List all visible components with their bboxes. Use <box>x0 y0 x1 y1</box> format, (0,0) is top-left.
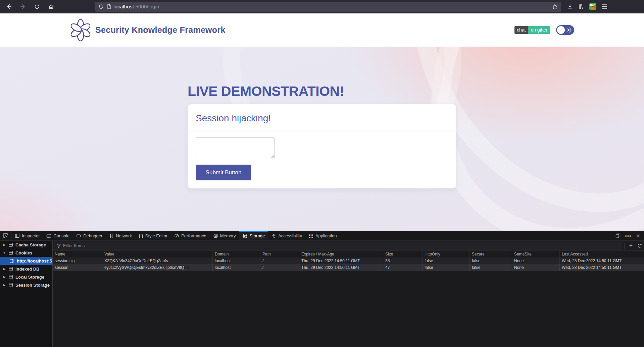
url-path: :5000/login <box>134 4 159 9</box>
sidebar-item-indexed-db[interactable]: ▶ Indexed DB <box>0 265 52 273</box>
burp-ball <box>591 6 595 10</box>
cookies-table-header: Name Value Domain Path Expires / Max-Age… <box>53 251 644 257</box>
forward-button[interactable] <box>18 2 28 11</box>
storage-sidebar: ▶ Cache Storage ▼ Cookies http://localho… <box>0 241 53 347</box>
devtools-more-menu-icon[interactable]: ••• <box>625 233 632 239</box>
home-icon <box>48 4 54 9</box>
cell-httponly: false <box>423 257 470 264</box>
tab-inspector[interactable]: Inspector <box>11 231 43 240</box>
tab-network[interactable]: Network <box>106 231 135 240</box>
column-header[interactable]: Expires / Max-Age <box>299 251 383 257</box>
filter-items-box[interactable] <box>54 242 622 250</box>
burp-extension-icon[interactable]: Bur <box>589 3 596 10</box>
expand-arrow-icon[interactable]: ▶ <box>3 276 6 279</box>
cell-size: 47 <box>383 264 423 271</box>
expand-arrow-icon[interactable]: ▶ <box>3 284 6 287</box>
cell-path: / <box>260 264 299 271</box>
sidebar-item-session-storage[interactable]: ▶ Session Storage <box>0 281 52 289</box>
cell-samesite: None <box>512 264 560 271</box>
split-console-icon[interactable] <box>615 233 621 238</box>
cell-expires: Thu, 29 Dec 2022 14:50:11 GMT <box>299 264 383 271</box>
chat-badge-left: chat <box>514 26 528 34</box>
shield-icon[interactable] <box>99 4 104 9</box>
reload-button[interactable] <box>32 2 42 11</box>
tab-label: Performance <box>181 233 206 238</box>
table-empty-area <box>53 271 644 347</box>
sidebar-item-localhost-cookies[interactable]: http://localhost:5000 <box>0 257 52 265</box>
column-header[interactable]: Value <box>102 251 213 257</box>
tab-performance[interactable]: Performance <box>171 231 209 240</box>
refresh-items-button[interactable] <box>635 241 644 250</box>
devtools-close-icon[interactable]: ✕ <box>636 233 640 238</box>
cell-secure: false <box>470 257 512 264</box>
column-header[interactable]: Last Accessed <box>560 251 644 257</box>
menu-hamburger-icon[interactable] <box>602 4 607 9</box>
sidebar-item-cache-storage[interactable]: ▶ Cache Storage <box>0 241 52 249</box>
back-icon <box>6 4 12 9</box>
refresh-icon <box>637 243 642 248</box>
page-title: LIVE DEMONSTRATION! <box>188 83 644 99</box>
column-header[interactable]: SameSite <box>512 251 560 257</box>
gitter-chat-badge[interactable]: chat on gitter <box>514 26 550 34</box>
memory-icon <box>213 233 218 238</box>
filter-items-input[interactable] <box>63 243 619 248</box>
debugger-icon <box>76 233 81 238</box>
tab-application[interactable]: Application <box>305 231 340 240</box>
application-icon <box>309 233 313 238</box>
sidebar-item-label: Local Storage <box>15 275 44 280</box>
home-button[interactable] <box>46 2 56 11</box>
cell-name: session.sig <box>53 257 102 264</box>
column-header[interactable]: Secure <box>470 251 512 257</box>
sidebar-item-label: Cache Storage <box>15 242 46 247</box>
storage-toolbar: + <box>53 241 644 251</box>
bookmark-star-icon[interactable] <box>552 4 558 9</box>
tab-label: Network <box>116 233 132 238</box>
globe-icon <box>9 258 14 264</box>
tab-label: Memory <box>220 233 236 238</box>
submit-button[interactable]: Submit Button <box>196 165 251 180</box>
style-editor-icon: { } <box>139 233 143 238</box>
node-picker-button[interactable] <box>0 231 11 240</box>
cookie-row-session[interactable]: session eyJ1c2VySWQiOjEsImxvZ2dlZEluIjp0… <box>53 264 644 271</box>
payload-textarea[interactable] <box>196 137 275 158</box>
downloads-icon[interactable] <box>567 4 573 9</box>
column-header[interactable]: Size <box>383 251 423 257</box>
tab-console[interactable]: Console <box>43 231 73 240</box>
library-icon[interactable] <box>578 4 584 9</box>
add-item-button[interactable]: + <box>627 241 635 250</box>
accessibility-icon <box>271 233 276 238</box>
tab-accessibility[interactable]: Accessibility <box>268 231 305 240</box>
cell-httponly: false <box>423 264 470 271</box>
column-header[interactable]: Domain <box>213 251 260 257</box>
sidebar-item-cookies[interactable]: ▼ Cookies <box>0 249 52 257</box>
tab-label: Accessibility <box>278 233 302 238</box>
tab-debugger[interactable]: Debugger <box>73 231 106 240</box>
page-info-icon[interactable] <box>107 4 111 9</box>
expand-arrow-icon[interactable]: ▶ <box>3 243 6 246</box>
storage-type-icon <box>8 267 13 271</box>
page-content: LIVE DEMONSTRATION! Session hijacking! S… <box>0 47 644 231</box>
toolbar-separator <box>624 243 625 249</box>
collapse-arrow-icon[interactable]: ▼ <box>3 251 6 254</box>
sun-icon <box>566 27 572 33</box>
inspector-icon <box>15 233 20 238</box>
sidebar-item-label: Indexed DB <box>15 267 40 272</box>
url-bar[interactable]: localhost:5000/login <box>95 2 561 12</box>
url-host: localhost <box>113 4 134 9</box>
tab-style-editor[interactable]: { } Style Editor <box>135 231 171 240</box>
storage-type-icon <box>8 275 13 279</box>
sidebar-item-local-storage[interactable]: ▶ Local Storage <box>0 273 52 281</box>
filter-funnel-icon <box>57 244 61 248</box>
tab-storage[interactable]: Storage <box>239 231 268 240</box>
dark-mode-toggle[interactable] <box>556 25 574 35</box>
cookie-row-session-sig[interactable]: session.sig XZQKA-Vln34C9aQdDnLEQqZaufs … <box>53 257 644 264</box>
back-button[interactable] <box>4 2 13 11</box>
column-header[interactable]: Name <box>53 251 102 257</box>
cell-samesite: None <box>512 257 560 264</box>
column-header[interactable]: Path <box>260 251 299 257</box>
column-header[interactable]: HttpOnly <box>423 251 470 257</box>
expand-arrow-icon[interactable]: ▶ <box>3 268 6 271</box>
brand-link[interactable]: Security Knowledge Framework <box>71 19 226 42</box>
devtools-tabbar: Inspector Console Debugger Network { } S… <box>0 231 644 241</box>
tab-memory[interactable]: Memory <box>210 231 239 240</box>
